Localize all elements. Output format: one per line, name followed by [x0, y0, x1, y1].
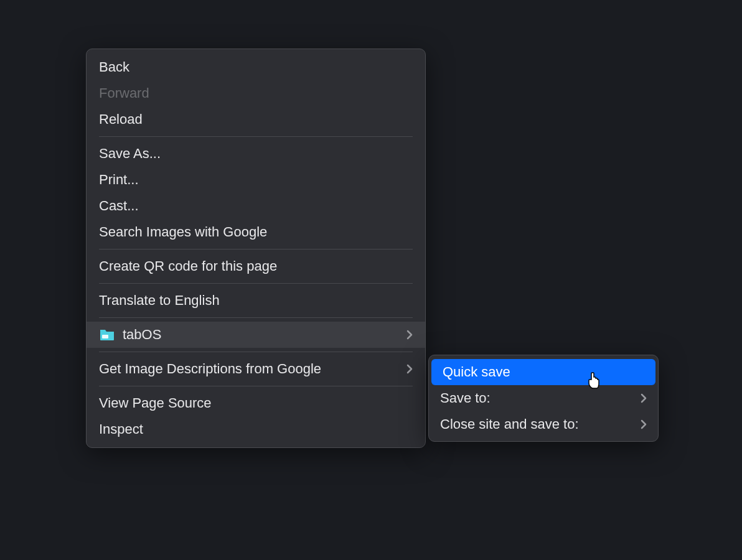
- menu-item-print[interactable]: Print...: [87, 167, 425, 193]
- menu-item-label: Print...: [99, 172, 413, 188]
- menu-item-label: Back: [99, 59, 413, 75]
- menu-item-reload[interactable]: Reload: [87, 106, 425, 133]
- svg-rect-0: [102, 335, 108, 338]
- menu-item-label: Create QR code for this page: [99, 258, 413, 274]
- menu-item-label: View Page Source: [99, 395, 413, 411]
- menu-item-translate[interactable]: Translate to English: [87, 287, 425, 314]
- submenu-item-close-save-to[interactable]: Close site and save to:: [429, 411, 658, 437]
- menu-item-view-source[interactable]: View Page Source: [87, 390, 425, 416]
- menu-item-label: Translate to English: [99, 292, 413, 309]
- menu-item-label: Search Images with Google: [99, 224, 413, 240]
- menu-item-label: Cast...: [99, 198, 413, 214]
- menu-separator: [99, 386, 413, 386]
- menu-separator: [99, 352, 413, 352]
- menu-item-label: Get Image Descriptions from Google: [99, 361, 406, 377]
- menu-item-cast[interactable]: Cast...: [87, 193, 425, 219]
- menu-item-label: Forward: [99, 85, 413, 101]
- menu-item-label: tabOS: [123, 327, 406, 343]
- chevron-right-icon: [641, 419, 647, 429]
- menu-separator: [99, 249, 413, 250]
- menu-item-inspect[interactable]: Inspect: [87, 416, 425, 442]
- menu-item-label: Save to:: [440, 390, 641, 406]
- menu-item-label: Close site and save to:: [440, 416, 641, 432]
- menu-separator: [99, 317, 413, 318]
- chevron-right-icon: [641, 393, 647, 403]
- menu-item-save-as[interactable]: Save As...: [87, 141, 425, 167]
- submenu-tabos: Quick save Save to: Close site and save …: [428, 355, 659, 442]
- submenu-item-save-to[interactable]: Save to:: [429, 385, 658, 411]
- context-menu: Back Forward Reload Save As... Print... …: [86, 49, 426, 448]
- menu-item-label: Inspect: [99, 421, 413, 437]
- menu-item-label: Quick save: [443, 364, 644, 380]
- submenu-item-quick-save[interactable]: Quick save: [431, 359, 655, 385]
- menu-item-search-images[interactable]: Search Images with Google: [87, 219, 425, 245]
- menu-separator: [99, 283, 413, 284]
- menu-item-image-descriptions[interactable]: Get Image Descriptions from Google: [87, 356, 425, 382]
- chevron-right-icon: [406, 330, 413, 340]
- menu-item-back[interactable]: Back: [87, 54, 425, 80]
- menu-item-tabos[interactable]: tabOS: [87, 322, 425, 348]
- menu-separator: [99, 136, 413, 137]
- chevron-right-icon: [406, 364, 413, 374]
- menu-item-forward: Forward: [87, 80, 425, 106]
- menu-item-label: Reload: [99, 111, 413, 128]
- menu-item-label: Save As...: [99, 146, 413, 162]
- menu-item-create-qr[interactable]: Create QR code for this page: [87, 253, 425, 279]
- folder-icon: [99, 328, 115, 342]
